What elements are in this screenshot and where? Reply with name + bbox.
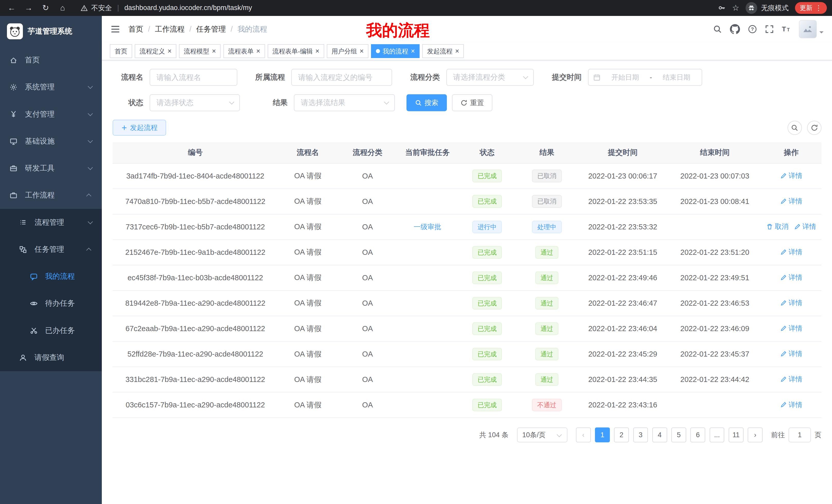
prev-page-button[interactable]: ‹ xyxy=(576,427,591,442)
cell-category: OA xyxy=(338,163,397,189)
cell-result: 通过 xyxy=(517,316,577,341)
tab-user-group[interactable]: 用户分组× xyxy=(327,44,368,58)
tab-home[interactable]: 首页 xyxy=(110,44,132,58)
action-detail-link[interactable]: 详情 xyxy=(794,222,816,231)
process-name-input[interactable] xyxy=(150,69,237,86)
close-icon[interactable]: × xyxy=(167,48,172,55)
help-icon[interactable]: ? xyxy=(748,25,757,34)
next-page-button[interactable]: › xyxy=(748,427,762,442)
cell-process-name: OA 请假 xyxy=(278,214,338,240)
update-button[interactable]: 更新 ⋮ xyxy=(795,2,827,13)
sidebar-item-home[interactable]: 首页 xyxy=(0,47,102,74)
cell-status: 已完成 xyxy=(458,392,517,418)
action-detail-link[interactable]: 详情 xyxy=(780,349,802,358)
action-detail-link[interactable]: 详情 xyxy=(780,324,802,333)
tab-start-process[interactable]: 发起流程× xyxy=(422,44,464,58)
toggle-search-button[interactable] xyxy=(787,121,802,135)
submit-time-range-picker[interactable]: 开始日期 - 结束日期 xyxy=(588,69,702,86)
category-select[interactable]: 请选择流程分类 xyxy=(446,69,534,86)
cell-category: OA xyxy=(338,265,397,290)
page-button-5[interactable]: 5 xyxy=(671,427,686,442)
sidebar-item-my-process[interactable]: 我的流程 xyxy=(0,263,102,290)
star-icon[interactable]: ☆ xyxy=(732,3,739,12)
refresh-button[interactable] xyxy=(807,121,822,135)
address-bar[interactable]: 不安全 | dashboard.yudao.iocoder.cn/bpm/tas… xyxy=(81,3,252,12)
action-detail-link[interactable]: 详情 xyxy=(780,171,802,180)
sidebar-item-system-management[interactable]: 系统管理 xyxy=(0,74,102,101)
tab-process-definition[interactable]: 流程定义× xyxy=(135,44,176,58)
page-button-2[interactable]: 2 xyxy=(614,427,629,442)
forward-icon[interactable]: → xyxy=(22,2,35,15)
sidebar-item-leave-query[interactable]: 请假查询 xyxy=(0,344,102,371)
sidebar-item-process-management[interactable]: 流程管理 xyxy=(0,209,102,236)
chevron-down-icon xyxy=(229,100,234,105)
back-icon[interactable]: ← xyxy=(5,2,18,15)
status-select[interactable]: 请选择状态 xyxy=(150,94,240,111)
fullscreen-icon[interactable] xyxy=(765,25,774,34)
page-button-3[interactable]: 3 xyxy=(633,427,648,442)
edit-icon xyxy=(780,376,787,383)
sidebar-item-infrastructure[interactable]: 基础设施 xyxy=(0,128,102,155)
goto-page-input[interactable] xyxy=(788,427,811,442)
cell-result: 通过 xyxy=(517,290,577,316)
sidebar-item-dev-tools[interactable]: 研发工具 xyxy=(0,155,102,182)
key-icon[interactable] xyxy=(718,4,726,12)
page-button-6[interactable]: 6 xyxy=(690,427,705,442)
hamburger-icon[interactable] xyxy=(110,24,120,34)
sidebar-item-task-management[interactable]: 任务管理 xyxy=(0,236,102,263)
action-detail-link[interactable]: 详情 xyxy=(780,298,802,307)
close-icon[interactable]: × xyxy=(411,48,415,55)
page-button-1[interactable]: 1 xyxy=(595,427,610,442)
page-ellipsis[interactable]: ... xyxy=(710,427,725,442)
search-icon[interactable] xyxy=(713,25,722,34)
close-icon[interactable]: × xyxy=(360,48,364,55)
tab-my-process[interactable]: 我的流程× xyxy=(371,44,420,58)
process-def-input[interactable] xyxy=(291,69,392,86)
breadcrumb-item[interactable]: 工作流程 xyxy=(155,24,185,34)
sidebar-item-todo-tasks[interactable]: 待办任务 xyxy=(0,290,102,317)
action-detail-link[interactable]: 详情 xyxy=(780,197,802,206)
breadcrumb-item[interactable]: 首页 xyxy=(128,24,143,34)
close-icon[interactable]: × xyxy=(256,48,260,55)
tab-process-form-edit[interactable]: 流程表单-编辑× xyxy=(268,44,324,58)
cell-submit-time: 2022-01-22 23:49:46 xyxy=(577,265,669,290)
sidebar-item-done-tasks[interactable]: 已办任务 xyxy=(0,317,102,344)
cell-current-task xyxy=(397,392,458,418)
cell-result: 通过 xyxy=(517,367,577,392)
kebab-menu-icon[interactable]: ⋮ xyxy=(815,4,822,12)
action-detail-link[interactable]: 详情 xyxy=(780,374,802,384)
page-button-11[interactable]: 11 xyxy=(729,427,744,442)
search-button[interactable]: 搜索 xyxy=(407,94,447,111)
action-detail-link[interactable]: 详情 xyxy=(780,247,802,257)
cell-end-time: 2022-01-23 00:08:41 xyxy=(669,189,761,214)
user-menu[interactable] xyxy=(799,20,824,38)
font-size-icon[interactable]: TT xyxy=(782,25,791,34)
close-icon[interactable]: × xyxy=(315,48,319,55)
breadcrumb-item[interactable]: 任务管理 xyxy=(196,24,226,34)
sidebar-item-payment-management[interactable]: 支付管理 xyxy=(0,101,102,128)
close-icon[interactable]: × xyxy=(455,48,459,55)
calendar-icon xyxy=(593,74,601,81)
sidebar-item-workflow[interactable]: 工作流程 xyxy=(0,182,102,209)
result-select[interactable]: 请选择流结果 xyxy=(294,94,395,111)
start-process-button[interactable]: 发起流程 xyxy=(113,120,166,136)
sidebar-menu: 首页系统管理支付管理基础设施研发工具工作流程流程管理任务管理我的流程待办任务已办… xyxy=(0,47,102,504)
cell-submit-time: 2022-01-22 23:51:15 xyxy=(577,240,669,265)
reload-icon[interactable]: ↻ xyxy=(39,2,52,15)
current-task-link[interactable]: 一级审批 xyxy=(414,222,441,231)
page-size-select[interactable]: 10条/页 xyxy=(517,427,567,442)
cell-process-name: OA 请假 xyxy=(278,367,338,392)
action-detail-link[interactable]: 详情 xyxy=(780,400,802,410)
home-icon[interactable]: ⌂ xyxy=(56,2,69,15)
tab-process-model[interactable]: 流程模型× xyxy=(179,44,220,58)
page-button-4[interactable]: 4 xyxy=(652,427,667,442)
github-icon[interactable] xyxy=(730,24,740,34)
app-logo[interactable]: 芋道管理系统 xyxy=(0,16,102,47)
tab-process-form[interactable]: 流程表单× xyxy=(224,44,265,58)
reset-button[interactable]: 重置 xyxy=(452,94,492,111)
action-detail-link[interactable]: 详情 xyxy=(780,273,802,282)
cell-submit-time: 2022-01-22 23:45:29 xyxy=(577,341,669,367)
sidebar-item-label: 任务管理 xyxy=(34,244,64,255)
close-icon[interactable]: × xyxy=(212,48,216,55)
action-cancel-link[interactable]: 取消 xyxy=(766,222,788,231)
